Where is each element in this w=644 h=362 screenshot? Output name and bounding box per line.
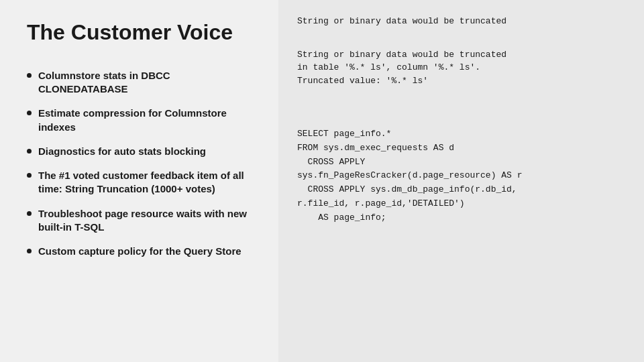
bullet-item-bullet-6: Custom capture policy for the Query Stor… — [27, 239, 258, 263]
left-panel: The Customer Voice Columnstore stats in … — [0, 0, 278, 362]
page-title: The Customer Voice — [27, 20, 258, 45]
bullet-item-bullet-2: Estimate compression for Columnstore ind… — [27, 101, 258, 139]
bullet-text: Columnstore stats in DBCC CLONEDATABASE — [38, 69, 258, 97]
bullet-item-bullet-3: Diagnostics for auto stats blocking — [27, 139, 258, 164]
bullet-text: Custom capture policy for the Query Stor… — [38, 245, 241, 258]
bullet-item-bullet-4: The #1 voted customer feedback item of a… — [27, 164, 258, 202]
code-bottom-pre: SELECT page_info.* FROM sys.dm_exec_requ… — [297, 127, 625, 225]
bullet-dot — [27, 111, 32, 115]
bullet-text: Troubleshoot page resource waits with ne… — [38, 207, 258, 235]
code-middle-block: String or binary data would be truncated… — [297, 48, 625, 88]
bullet-list: Columnstore stats in DBCC CLONEDATABASEE… — [27, 64, 258, 264]
bullet-dot — [27, 211, 32, 216]
bullet-text: The #1 voted customer feedback item of a… — [38, 169, 258, 196]
code-middle-text: String or binary data would be truncated… — [297, 50, 506, 86]
bullet-text: Diagnostics for auto stats blocking — [38, 145, 206, 158]
right-panel: String or binary data would be truncated… — [278, 0, 644, 362]
bullet-dot — [27, 173, 32, 178]
code-top-label: String or binary data would be truncated — [297, 15, 625, 28]
bullet-item-bullet-5: Troubleshoot page resource waits with ne… — [27, 202, 258, 240]
code-bottom-block: SELECT page_info.* FROM sys.dm_exec_requ… — [297, 127, 625, 225]
bullet-item-bullet-1: Columnstore stats in DBCC CLONEDATABASE — [27, 64, 258, 102]
bullet-text: Estimate compression for Columnstore ind… — [38, 107, 258, 134]
bullet-dot — [27, 73, 32, 78]
bullet-dot — [27, 249, 32, 253]
bullet-dot — [27, 149, 32, 154]
